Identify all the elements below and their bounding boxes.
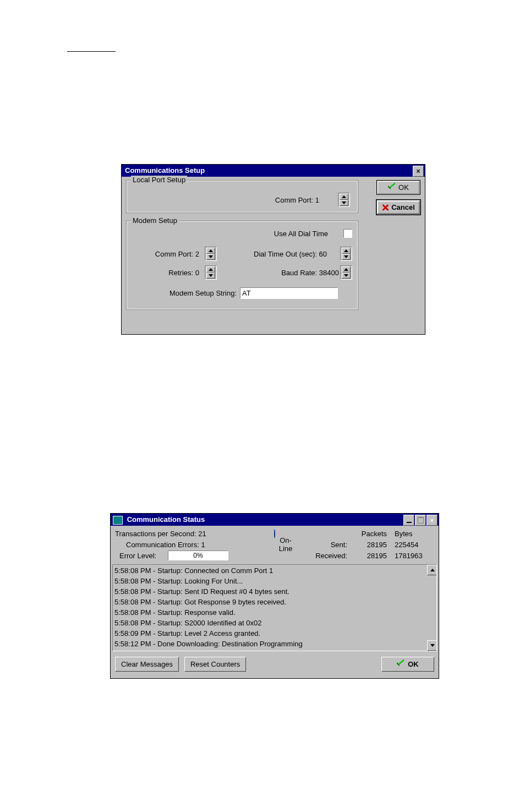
comm-port-label: Comm Port: 1 — [275, 196, 319, 204]
maximize-icon — [418, 517, 424, 524]
group-legend: Local Port Setup — [131, 176, 187, 184]
log-line: 5:58:08 PM - Startup: Got Response 9 byt… — [114, 597, 435, 607]
dialog-title: Communication Status — [127, 515, 205, 524]
log-line: 5:58:08 PM - Startup: S2000 Identified a… — [114, 618, 435, 628]
error-level-label: Error Level: — [115, 552, 168, 560]
use-all-dial-time-label: Use All Dial Time — [237, 230, 328, 238]
bytes-header: Bytes — [387, 530, 434, 538]
error-level-bar: 0% — [168, 551, 228, 560]
baud-rate-spinner[interactable] — [340, 265, 352, 280]
clear-messages-button[interactable]: Clear Messages — [115, 657, 179, 672]
button-label: OK — [408, 660, 419, 668]
sent-packets: 28195 — [347, 541, 387, 549]
chevron-up-icon — [430, 569, 435, 571]
dialog-titlebar: Communications Setup × — [122, 165, 425, 177]
close-icon: × — [416, 165, 420, 177]
sent-bytes: 225454 — [387, 541, 434, 549]
log-line: 5:58:08 PM - Startup: Looking For Unit..… — [114, 576, 435, 586]
status-summary-area: Transactions per Second: 21 Packets Byte… — [111, 526, 439, 564]
use-all-dial-time-checkbox[interactable] — [343, 229, 352, 238]
minimize-button[interactable] — [403, 515, 414, 526]
minimize-icon — [407, 522, 412, 523]
modem-setup-group: Modem Setup Use All Dial Time Comm Port:… — [126, 221, 358, 310]
received-packets: 28195 — [347, 552, 387, 560]
communication-errors-label: Communication Errors: 1 — [115, 541, 275, 549]
retries-spinner[interactable] — [205, 265, 217, 280]
communications-setup-dialog: Communications Setup × Local Port Setup … — [121, 164, 425, 335]
dialog-titlebar: Communication Status × — [111, 514, 439, 526]
comm-port-spinner[interactable] — [338, 193, 350, 207]
x-icon — [382, 204, 389, 211]
check-icon — [388, 184, 396, 191]
button-label: OK — [398, 183, 409, 192]
log-line: 5:58:12 PM - Done Downloading: Destinati… — [114, 639, 435, 649]
communication-status-dialog: Communication Status × Transactions per … — [110, 513, 439, 679]
check-icon — [397, 661, 404, 668]
dial-timeout-label: Dial Time Out (sec): 60 — [229, 250, 327, 258]
error-level-value: 0% — [193, 552, 203, 559]
retries-label: Retries: 0 — [134, 269, 199, 277]
close-button[interactable]: × — [426, 515, 438, 526]
maximize-button — [415, 515, 426, 526]
local-port-setup-group: Local Port Setup Comm Port: 1 — [126, 180, 358, 213]
log-line: 5:58:08 PM - Startup: Sent ID Request #0… — [114, 586, 435, 597]
reset-counters-button[interactable]: Reset Counters — [184, 657, 246, 672]
sent-label: Sent: — [297, 541, 347, 549]
modem-setup-string-input[interactable]: AT — [240, 287, 338, 299]
button-label: Clear Messages — [121, 660, 173, 668]
log-line: 5:58:09 PM - Startup: Level 2 Access gra… — [114, 628, 435, 639]
app-icon — [113, 516, 123, 525]
dialog-title: Communications Setup — [125, 166, 205, 175]
modem-comm-port-label: Comm Port: 2 — [134, 250, 199, 258]
close-icon: × — [430, 514, 434, 526]
scroll-down-button[interactable] — [427, 640, 437, 651]
log-line: 5:58:08 PM - Startup: Response valid. — [114, 607, 435, 618]
chevron-down-icon — [430, 644, 435, 647]
horizontal-rule — [67, 51, 116, 52]
cancel-button[interactable]: Cancel — [376, 200, 420, 215]
message-log: 5:58:08 PM - Startup: Connected on Comm … — [112, 564, 437, 651]
ok-button[interactable]: OK — [376, 180, 420, 195]
log-line: 5:58:08 PM - Startup: Connected on Comm … — [114, 565, 435, 576]
dial-timeout-spinner[interactable] — [340, 247, 352, 261]
scroll-up-button[interactable] — [427, 565, 437, 575]
button-label: Reset Counters — [190, 660, 240, 668]
modem-comm-port-spinner[interactable] — [205, 247, 217, 261]
online-label: On-Line — [275, 536, 297, 553]
received-bytes: 1781963 — [387, 552, 434, 560]
modem-setup-string-label: Modem Setup String: — [134, 289, 237, 297]
packets-header: Packets — [347, 530, 387, 538]
group-legend: Modem Setup — [131, 216, 179, 225]
ok-button[interactable]: OK — [381, 657, 434, 672]
button-label: Cancel — [391, 203, 415, 211]
received-label: Received: — [228, 552, 347, 560]
baud-rate-label: Baud Rate: 38400 — [229, 269, 339, 277]
close-button[interactable]: × — [413, 166, 424, 177]
transactions-per-second-label: Transactions per Second: 21 — [115, 530, 264, 538]
log-scrollbar[interactable] — [427, 565, 436, 651]
